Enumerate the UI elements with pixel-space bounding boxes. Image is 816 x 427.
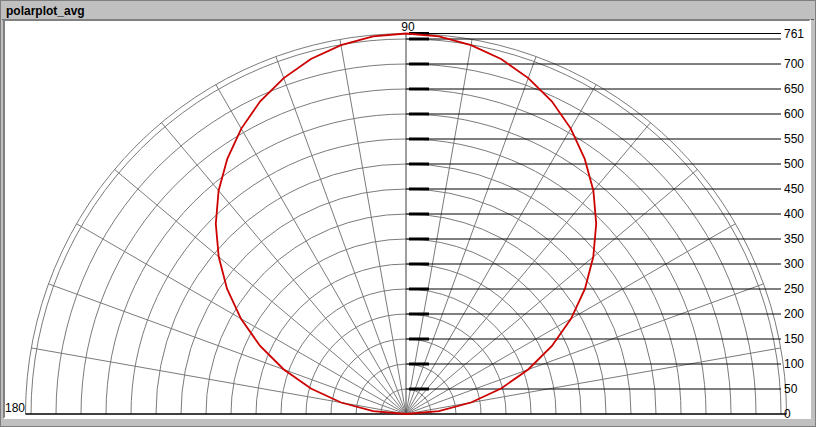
grid-spoke	[406, 39, 472, 414]
radial-tick-label: 300	[784, 257, 804, 271]
radial-tick-label: 761	[784, 27, 804, 41]
grid-spoke	[406, 284, 764, 414]
radial-tick-label: 350	[784, 232, 804, 246]
radial-tick-label: 400	[784, 207, 804, 221]
radial-tick-label: 250	[784, 282, 804, 296]
grid-spoke	[216, 84, 406, 414]
radial-tick-label: 200	[784, 307, 804, 321]
grid-spoke	[340, 39, 406, 414]
radial-tick-label: 650	[784, 82, 804, 96]
angle-label-90: 90	[393, 21, 423, 34]
plot-canvas: 0501001502002503003504004505005506006507…	[5, 21, 809, 417]
radial-tick-label: 700	[784, 57, 804, 71]
radial-tick-label: 0	[784, 407, 791, 421]
angle-label-180: 180	[5, 402, 25, 415]
radial-tick-label: 50	[784, 382, 797, 396]
polar-plot-svg	[5, 21, 809, 417]
radial-tick-label: 550	[784, 132, 804, 146]
radial-tick-label: 150	[784, 332, 804, 346]
grid-spoke	[48, 284, 406, 414]
grid-spoke	[406, 56, 536, 414]
radial-tick-label: 600	[784, 107, 804, 121]
radial-tick-label: 450	[784, 182, 804, 196]
radial-tick-label: 100	[784, 357, 804, 371]
title-bar[interactable]: polarplot_avg	[2, 2, 814, 20]
plot-area: 0501001502002503003504004505005506006507…	[3, 19, 811, 419]
radial-tick-label: 500	[784, 157, 804, 171]
window-title: polarplot_avg	[2, 4, 85, 18]
plot-window: polarplot_avg 05010015020025030035040045…	[0, 0, 816, 427]
grid-spoke	[276, 56, 406, 414]
grid-spoke	[406, 84, 596, 414]
